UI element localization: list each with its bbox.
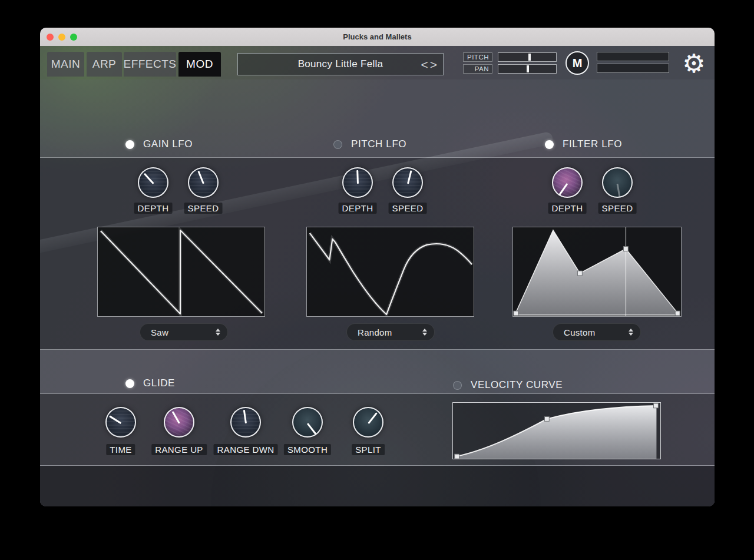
pitch-shape-select[interactable]: Random xyxy=(346,323,435,341)
pan-slider[interactable] xyxy=(498,64,557,74)
gain-shape-select[interactable]: Saw xyxy=(140,323,228,341)
preset-next-button[interactable]: > xyxy=(430,58,437,71)
filter-speed-knob[interactable] xyxy=(602,167,633,198)
zoom-button[interactable] xyxy=(70,34,77,41)
section-divider xyxy=(40,157,715,158)
gain-shape-label: Saw xyxy=(151,327,168,337)
curve-handle[interactable] xyxy=(623,247,628,251)
window-title: Plucks and Mallets xyxy=(343,32,411,41)
custom-waveform-shape xyxy=(515,230,679,315)
glide-range-down-label: RANGE DWN xyxy=(214,444,278,455)
pan-label: PAN xyxy=(463,64,492,74)
close-button[interactable] xyxy=(47,34,54,41)
filter-depth-knob[interactable] xyxy=(552,167,583,198)
pitch-slider-handle[interactable] xyxy=(528,54,531,61)
tab-mod-label: MOD xyxy=(186,58,213,71)
pitch-lfo-title: PITCH LFO xyxy=(351,138,406,150)
gain-lfo-waveform-display xyxy=(97,227,265,317)
velocity-curve-title: VELOCITY CURVE xyxy=(471,379,563,391)
knob-pointer xyxy=(307,423,316,435)
knob-pointer xyxy=(109,416,121,424)
glide-smooth-label: SMOOTH xyxy=(284,444,331,455)
filter-lfo-title: FILTER LFO xyxy=(563,138,622,150)
gain-depth-label: DEPTH xyxy=(134,203,173,214)
section-divider xyxy=(40,393,715,394)
glide-time-label: TIME xyxy=(106,444,135,455)
pitch-slider[interactable] xyxy=(498,52,557,62)
knob-pointer xyxy=(559,183,568,195)
knob-pointer xyxy=(243,410,247,423)
section-divider xyxy=(40,465,715,466)
tab-arp[interactable]: ARP xyxy=(87,52,122,77)
glide-enable-toggle[interactable] xyxy=(125,379,134,388)
knob-pointer xyxy=(368,412,377,424)
glide-split-label: SPLIT xyxy=(352,444,385,455)
glide-range-up-knob[interactable] xyxy=(164,407,194,438)
preset-selector[interactable]: Bouncy Little Fella < > xyxy=(237,53,444,75)
gain-lfo-header: GAIN LFO xyxy=(125,140,193,149)
section-divider xyxy=(40,349,715,350)
tab-arp-label: ARP xyxy=(92,58,117,71)
pan-slider-handle[interactable] xyxy=(527,65,529,72)
pitch-speed-knob[interactable] xyxy=(392,167,423,198)
filter-shape-label: Custom xyxy=(564,327,595,337)
saw-waveform-glow xyxy=(101,230,262,314)
knob-pointer xyxy=(617,184,620,197)
velocity-curve-display[interactable] xyxy=(452,402,661,459)
glide-range-down-knob[interactable] xyxy=(230,407,261,438)
meter-bar-bottom xyxy=(597,64,669,73)
titlebar: Plucks and Mallets xyxy=(40,28,715,46)
pitch-shape-label: Random xyxy=(358,327,392,337)
knob-pointer xyxy=(356,170,358,184)
pitch-lfo-waveform-display xyxy=(306,227,474,317)
curve-handle[interactable] xyxy=(544,417,549,422)
curve-handle[interactable] xyxy=(654,403,659,408)
logo-label: M xyxy=(573,57,583,70)
gear-icon: ⚙ xyxy=(682,49,705,78)
glide-time-knob[interactable] xyxy=(105,407,136,438)
filter-shape-select[interactable]: Custom xyxy=(553,323,641,341)
glide-range-up-label: RANGE UP xyxy=(151,444,207,455)
gain-depth-knob[interactable] xyxy=(138,167,168,198)
tab-main[interactable]: MAIN xyxy=(47,52,84,77)
preset-name[interactable]: Bouncy Little Fella xyxy=(238,58,443,70)
glide-smooth-knob[interactable] xyxy=(292,407,323,438)
tab-effects[interactable]: EFFECTS xyxy=(124,52,176,77)
filter-depth-label: DEPTH xyxy=(548,203,587,214)
velocity-curve-enable-toggle[interactable] xyxy=(453,381,462,390)
minimize-button[interactable] xyxy=(58,34,65,41)
glide-title: GLIDE xyxy=(143,377,175,389)
settings-button[interactable]: ⚙ xyxy=(680,49,708,78)
filter-speed-label: SPEED xyxy=(598,203,637,214)
chevron-updown-icon xyxy=(422,329,427,336)
tab-main-label: MAIN xyxy=(51,58,81,71)
meter-bar-top xyxy=(597,52,669,61)
curve-handle[interactable] xyxy=(514,311,518,316)
filter-lfo-enable-toggle[interactable] xyxy=(545,140,554,149)
pitch-lfo-enable-toggle[interactable] xyxy=(333,140,342,149)
gain-speed-label: SPEED xyxy=(184,203,223,214)
curve-handle[interactable] xyxy=(577,271,582,276)
glide-split-knob[interactable] xyxy=(353,407,383,438)
gain-lfo-enable-toggle[interactable] xyxy=(125,140,134,149)
filter-lfo-custom-editor[interactable] xyxy=(512,227,682,317)
preset-prev-button[interactable]: < xyxy=(421,58,428,71)
chevron-updown-icon xyxy=(216,329,220,336)
app-window: Plucks and Mallets MAIN ARP EFFECTS MOD … xyxy=(40,28,715,506)
curve-handle[interactable] xyxy=(455,454,459,459)
gain-lfo-title: GAIN LFO xyxy=(143,138,193,150)
pitch-lfo-header: PITCH LFO xyxy=(333,140,406,149)
velocity-curve-fill xyxy=(457,406,657,459)
logo-button[interactable]: M xyxy=(566,51,589,75)
tab-mod[interactable]: MOD xyxy=(178,52,221,77)
pitch-depth-knob[interactable] xyxy=(342,167,373,198)
gain-speed-knob[interactable] xyxy=(188,167,219,198)
random-waveform-path xyxy=(310,233,472,314)
pitch-depth-label: DEPTH xyxy=(339,203,377,214)
knob-pointer xyxy=(407,170,412,184)
glide-header: GLIDE xyxy=(125,379,175,388)
velocity-curve-header: VELOCITY CURVE xyxy=(453,380,563,390)
desktop-background: Plucks and Mallets MAIN ARP EFFECTS MOD … xyxy=(0,0,754,560)
knob-pointer xyxy=(197,171,204,184)
curve-handle[interactable] xyxy=(675,311,680,316)
